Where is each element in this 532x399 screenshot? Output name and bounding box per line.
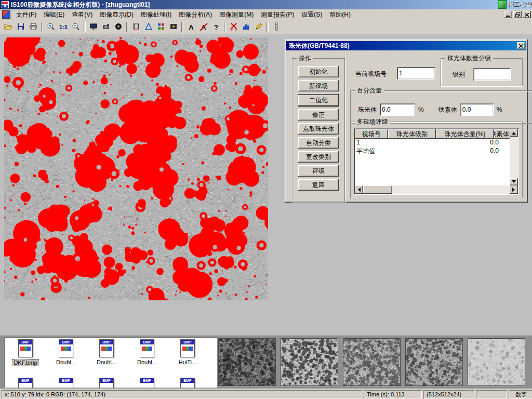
menu-image-analysis[interactable]: 图像分析(A) xyxy=(175,9,216,20)
thumbnail-image[interactable] xyxy=(281,338,338,386)
classify-button[interactable] xyxy=(155,21,167,33)
menu-image-display[interactable]: 图像显示(D) xyxy=(96,9,137,20)
header-ferrite[interactable]: 铁素体含量(%) xyxy=(494,129,510,139)
save-button[interactable] xyxy=(15,21,27,33)
current-field-input[interactable] xyxy=(397,67,435,79)
capture-button[interactable] xyxy=(112,21,125,33)
menu-file[interactable]: 文件(F) xyxy=(12,9,40,20)
scroll-up-button[interactable] xyxy=(510,129,518,137)
percent-group-label: 百分含量 xyxy=(355,87,384,94)
child-window-icon[interactable] xyxy=(2,10,10,19)
file-item-double2[interactable]: BMP Doubl... xyxy=(86,339,127,366)
header-field[interactable]: 视场号 xyxy=(355,129,388,139)
zoom-out-button[interactable] xyxy=(70,21,82,33)
percent-sign: % xyxy=(497,106,502,113)
bmp-file-icon: BMP xyxy=(59,378,73,388)
vertical-scrollbar[interactable] xyxy=(510,129,518,185)
scrollbar-track[interactable] xyxy=(392,185,510,194)
mdi-minimize-button[interactable] xyxy=(504,11,512,18)
file-browser: BMP DKF.bmp BMP Doubl... BMP Doubl... BM… xyxy=(4,337,217,388)
mdi-restore-button[interactable] xyxy=(513,11,522,18)
mask-button[interactable] xyxy=(167,21,180,33)
header-grade[interactable]: 珠光体级别 xyxy=(388,129,436,139)
actual-size-icon: 1:1 xyxy=(59,24,68,30)
menu-report[interactable]: 测量报告(P) xyxy=(257,9,298,20)
file-label: Doubl... xyxy=(136,359,158,365)
scroll-right-button[interactable] xyxy=(510,185,518,194)
pearlite-label: 珠光体 xyxy=(358,105,377,114)
dialog-close-button[interactable] xyxy=(517,42,525,49)
bmp-icon-label: BMP xyxy=(100,378,113,383)
print-button[interactable] xyxy=(27,21,39,33)
file-item-huiti[interactable]: BMP HuiTi... xyxy=(167,339,208,366)
current-field-label: 当前视场号 xyxy=(355,70,387,78)
bmp-icon-label: BMP xyxy=(140,340,154,344)
help-button[interactable]: ? xyxy=(210,21,222,33)
zoom-in-button[interactable] xyxy=(45,21,57,33)
mdi-close-button[interactable] xyxy=(523,11,531,18)
text-off-button[interactable]: A xyxy=(197,21,210,33)
mask-icon xyxy=(169,22,178,32)
thumbnail-image[interactable] xyxy=(343,338,401,386)
display-button[interactable] xyxy=(87,21,100,33)
scroll-left-button[interactable] xyxy=(355,185,363,194)
horizontal-scrollbar[interactable] xyxy=(355,185,518,194)
ruler-button[interactable] xyxy=(270,21,283,33)
new-field-button[interactable]: 新视场 xyxy=(298,80,339,91)
menu-settings[interactable]: 设置(S) xyxy=(298,9,326,20)
scrollbar-thumb[interactable] xyxy=(363,185,392,194)
pearlite-percent-input[interactable] xyxy=(380,103,415,116)
text-button[interactable]: A xyxy=(185,21,197,33)
analyze-button[interactable] xyxy=(240,21,252,33)
operation-group: 操作 初始化 新视场 二值化 修正 点取珠光体 自动分类 更改类别 评级 返回 xyxy=(292,58,345,203)
pearlite-dialog: 珠光体(GB/T9441-88) 操作 初始化 新视场 二值化 修正 点取珠光体… xyxy=(285,39,528,203)
thumbnail-image[interactable] xyxy=(405,338,463,386)
bmp-icon-art xyxy=(20,347,31,351)
actual-size-button[interactable]: 1:1 xyxy=(57,21,70,33)
dialog-title-bar[interactable]: 珠光体(GB/T9441-88) xyxy=(286,41,526,50)
ferrite-percent-input[interactable] xyxy=(460,103,494,116)
camera-button[interactable] xyxy=(100,21,112,33)
desktop-shortcut[interactable]: 铜工-仪器 xyxy=(498,1,532,8)
pick-pearlite-button[interactable]: 点取珠光体 xyxy=(298,123,339,135)
header-pearlite[interactable]: 珠光体含量(%) xyxy=(436,129,494,139)
rate-button[interactable]: 评级 xyxy=(298,165,339,177)
save-icon xyxy=(17,22,25,32)
table-row[interactable]: 1 0.0 xyxy=(355,139,510,147)
print-icon xyxy=(29,22,37,32)
grade-input[interactable] xyxy=(473,68,511,81)
file-item-double3[interactable]: BMP Doubl... xyxy=(127,339,167,366)
grade-group: 珠光体数量分级 级别 xyxy=(441,58,523,86)
menu-image-processing[interactable]: 图像处理(I) xyxy=(137,9,175,20)
cell-ferrite xyxy=(500,139,510,147)
thumbnail-image[interactable] xyxy=(218,338,276,386)
menu-view[interactable]: 查看(V) xyxy=(68,9,96,20)
file-item[interactable]: BMP xyxy=(86,378,127,388)
picker-button[interactable] xyxy=(252,21,265,33)
auto-classify-button[interactable]: 自动分类 xyxy=(298,137,339,149)
file-item[interactable]: BMP xyxy=(127,378,167,388)
correct-button[interactable]: 修正 xyxy=(298,109,339,121)
change-class-button[interactable]: 更改类别 xyxy=(298,151,339,163)
menu-edit[interactable]: 编辑(E) xyxy=(40,9,68,20)
file-item[interactable]: BMP xyxy=(167,378,208,388)
open-button[interactable] xyxy=(2,21,15,33)
rating-table: 视场号 珠光体级别 珠光体含量(%) 铁素体含量(%) 1 0.0 xyxy=(354,128,519,195)
file-item-double1[interactable]: BMP Doubl... xyxy=(46,339,86,366)
file-item[interactable]: BMP xyxy=(5,378,46,388)
file-item[interactable]: BMP xyxy=(46,378,86,388)
metallograph-image[interactable] xyxy=(4,37,268,300)
binarize-button[interactable]: 二值化 xyxy=(298,94,339,107)
bmp-icon-label: BMP xyxy=(181,340,194,344)
thumbnail-image[interactable] xyxy=(468,338,525,386)
file-item-dkf[interactable]: BMP DKF.bmp xyxy=(5,339,46,366)
init-button[interactable]: 初始化 xyxy=(298,66,339,77)
caliper-button[interactable] xyxy=(130,21,142,33)
return-button[interactable]: 返回 xyxy=(298,179,339,191)
measure-button[interactable] xyxy=(142,21,155,33)
menu-help[interactable]: 帮助(H) xyxy=(326,9,354,20)
cut-button[interactable] xyxy=(228,21,240,33)
menu-image-measure[interactable]: 图像测量(M) xyxy=(216,9,257,20)
table-row[interactable]: 平均值 0.0 xyxy=(355,147,510,155)
scroll-down-button[interactable] xyxy=(510,178,518,185)
